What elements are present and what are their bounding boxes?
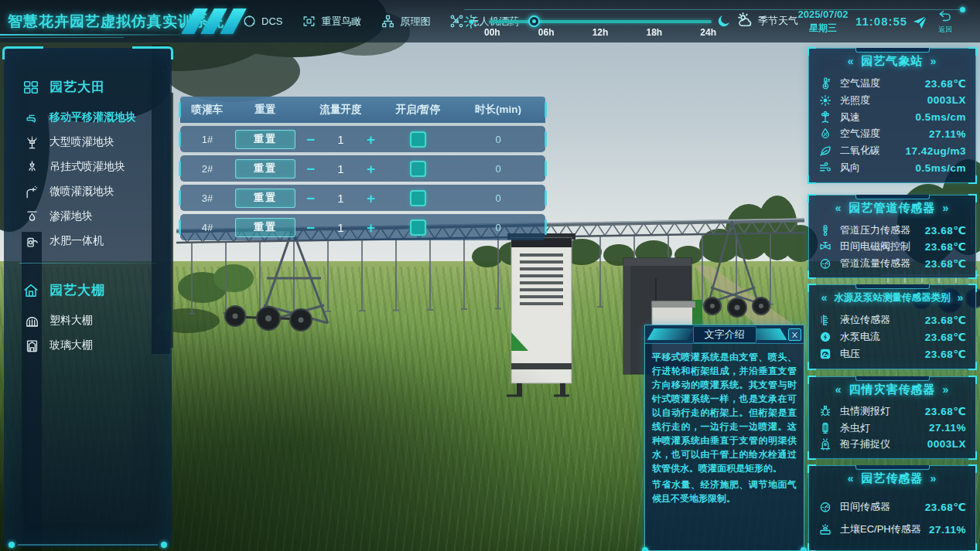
- reset-button[interactable]: 重置: [235, 218, 295, 237]
- glass-greenhouse-icon: [25, 338, 39, 353]
- sensor-value: 23.68℃: [925, 405, 966, 417]
- time-tick: 00h: [484, 27, 500, 38]
- panel-prev-icon[interactable]: «: [848, 55, 855, 67]
- panel-next-icon[interactable]: »: [930, 55, 937, 67]
- panel-prev-icon[interactable]: «: [835, 383, 842, 396]
- flow-value: 1: [337, 221, 343, 234]
- sensor-row: 管道压力传感器 23.68℃: [818, 223, 966, 237]
- toolbar-button-dcs[interactable]: DCS: [242, 14, 282, 29]
- sprinkler-id: 3#: [180, 192, 234, 204]
- text-intro-panel: 文字介绍 平移式喷灌系统是由支管、喷头、行进轮和桁架组成，并沿垂直支管方向移动的…: [644, 325, 804, 551]
- run-toggle-checkbox[interactable]: [410, 190, 426, 206]
- sensor-panel-title: 园艺气象站: [862, 54, 924, 69]
- sidebar-item[interactable]: 塑料大棚: [4, 308, 172, 333]
- application-window: 智慧花卉园艺虚拟仿真实训系统 DCS 重置鸟瞰 原理图 无人机洒药 00h06h…: [0, 0, 980, 551]
- minus-icon[interactable]: −: [306, 132, 315, 147]
- minus-icon[interactable]: −: [306, 191, 315, 206]
- date-display: 2025/07/02 星期三: [789, 8, 857, 35]
- sidebar-item[interactable]: 渗灌地块: [4, 204, 172, 229]
- plus-icon[interactable]: +: [367, 132, 375, 147]
- sidebar-section-2[interactable]: 园艺大棚: [4, 274, 172, 308]
- toolbar-button-原理图[interactable]: 原理图: [381, 14, 430, 29]
- sensor-value: 23.68℃: [925, 348, 966, 360]
- sensor-label: 虫情测报灯: [840, 404, 917, 418]
- run-toggle-checkbox[interactable]: [410, 219, 426, 236]
- sensor-value: 17.42ug/m3: [905, 145, 966, 157]
- sensor-label: 田间传感器: [840, 500, 917, 514]
- grid-icon: [22, 79, 39, 96]
- wind-direction-icon: [818, 161, 832, 175]
- sensor-panel-1: « 园艺气象站 » 空气温度 23.68℃ 光照度 0003LX 风速 0.5m…: [808, 48, 976, 183]
- voltage-icon: [818, 347, 832, 361]
- pump-current-icon: [818, 330, 832, 344]
- sidebar-item[interactable]: 吊挂式喷灌地块: [4, 155, 172, 179]
- sensor-label: 孢子捕捉仪: [840, 437, 920, 451]
- sensor-panel-title: 园艺传感器: [862, 471, 924, 486]
- sensor-label: 水泵电流: [840, 330, 917, 344]
- sensor-label: 杀虫灯: [840, 421, 921, 435]
- date-value: 2025/07/02: [789, 8, 857, 22]
- sensor-value: 0.5ms/cm: [915, 162, 966, 174]
- sensor-value: 23.68℃: [925, 501, 966, 513]
- time-slider-knob[interactable]: [528, 15, 540, 27]
- sensor-value: 23.68℃: [925, 314, 966, 326]
- send-button[interactable]: [911, 13, 929, 34]
- panel-next-icon[interactable]: »: [943, 202, 950, 214]
- reset-button[interactable]: 重置: [235, 189, 295, 208]
- sensor-row: 土壤EC/PH传感器 27.11%: [818, 522, 966, 536]
- minus-icon[interactable]: −: [306, 162, 315, 176]
- sprinkler-id: 2#: [180, 163, 234, 175]
- sensor-panel-3: « 水源及泵站测量传感器类别 » 液位传感器 23.68℃ 水泵电流 23.68…: [808, 284, 976, 369]
- panel-prev-icon[interactable]: «: [835, 202, 842, 214]
- panel-prev-icon[interactable]: «: [821, 291, 828, 304]
- sensor-label: 风向: [840, 161, 907, 175]
- plus-icon[interactable]: +: [367, 220, 375, 235]
- pipe-pressure-icon: [818, 223, 832, 237]
- sidebar-item[interactable]: 水肥一体机: [4, 229, 172, 253]
- sidebar-item[interactable]: 移动平移灌溉地块: [4, 105, 172, 130]
- sensor-label: 管道压力传感器: [840, 223, 917, 237]
- plus-icon[interactable]: +: [367, 191, 375, 206]
- sidebar-divider: [19, 263, 156, 264]
- panel-prev-icon[interactable]: «: [848, 472, 855, 485]
- reset-button[interactable]: 重置: [235, 130, 295, 149]
- wind-speed-icon: [818, 111, 832, 124]
- sensor-label: 空气湿度: [840, 127, 921, 141]
- pest-lamp-icon: [818, 404, 832, 418]
- sensor-value: 23.68℃: [925, 77, 966, 90]
- back-button[interactable]: 返回: [937, 9, 953, 35]
- sensor-row: 虫情测报灯 23.68℃: [818, 404, 966, 418]
- sidebar-item[interactable]: 微喷灌溉地块: [4, 179, 172, 204]
- sidebar-item[interactable]: 玻璃大棚: [4, 333, 172, 358]
- sensor-row: 液位传感器 23.68℃: [818, 313, 966, 327]
- column-header: 喷灌车: [180, 103, 234, 117]
- time-tick: 06h: [538, 27, 555, 38]
- reset-button[interactable]: 重置: [235, 159, 295, 179]
- close-button[interactable]: [788, 328, 801, 341]
- spore-catcher-icon: [818, 437, 832, 451]
- sensor-label: 管道流量传感器: [840, 257, 917, 270]
- sensor-row: 电压 23.68℃: [818, 347, 966, 361]
- panel-next-icon[interactable]: »: [958, 291, 964, 304]
- humidity-icon: [818, 127, 832, 141]
- minus-icon[interactable]: −: [306, 220, 315, 235]
- plus-icon[interactable]: +: [367, 162, 375, 176]
- panel-next-icon[interactable]: »: [930, 472, 937, 485]
- sensor-row: 管道流量传感器 23.68℃: [818, 257, 966, 270]
- run-toggle-checkbox[interactable]: [410, 131, 426, 148]
- sensor-panel-title: 四情灾害传感器: [849, 383, 936, 397]
- sprinkler-control-panel: 喷灌车重置流量开度开启/暂停时长(min) 1# 重置 − 1 + 0 2# 重…: [180, 97, 545, 240]
- clock-display: 11:08:55: [855, 15, 907, 28]
- run-toggle-checkbox[interactable]: [410, 161, 426, 177]
- time-of-day-slider: 00h06h12h18h24h: [463, 0, 735, 43]
- sprinkler-row: 2# 重置 − 1 + 0: [180, 155, 545, 182]
- sidebar-section-1[interactable]: 园艺大田: [4, 71, 172, 105]
- back-label: 返回: [938, 25, 952, 35]
- sidebar-bottom-decor: [18, 544, 158, 546]
- sidebar-item[interactable]: 大型喷灌地块: [4, 130, 172, 155]
- column-header: 重置: [234, 103, 296, 117]
- time-slider-track[interactable]: [489, 20, 712, 23]
- panel-next-icon[interactable]: »: [943, 383, 950, 396]
- dcs-icon: [242, 14, 257, 29]
- toolbar-button-重置鸟瞰[interactable]: 重置鸟瞰: [302, 14, 361, 29]
